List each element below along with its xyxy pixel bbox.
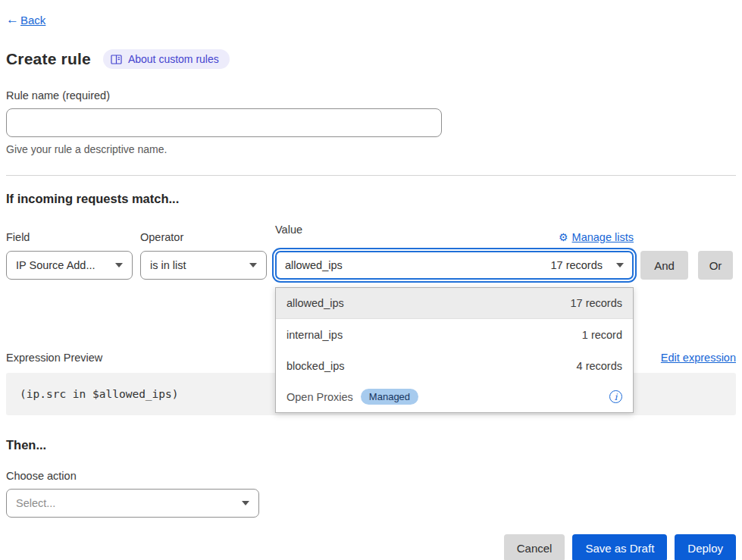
title-row: Create rule About custom rules bbox=[6, 49, 736, 69]
field-select[interactable]: IP Source Add... bbox=[6, 251, 133, 280]
operator-select[interactable]: is in list bbox=[140, 251, 267, 280]
dropdown-option-record-count: 4 records bbox=[577, 360, 622, 372]
rule-name-label: Rule name (required) bbox=[6, 89, 736, 102]
page-title: Create rule bbox=[6, 50, 91, 68]
edit-expression-link[interactable]: Edit expression bbox=[661, 352, 736, 364]
list-dropdown: allowed_ips 17 records internal_ips 1 re… bbox=[275, 287, 634, 413]
rule-name-helper-text: Give your rule a descriptive name. bbox=[6, 143, 736, 155]
field-select-value: IP Source Add... bbox=[16, 259, 95, 271]
deploy-button[interactable]: Deploy bbox=[675, 534, 736, 560]
about-custom-rules-label: About custom rules bbox=[128, 53, 219, 65]
or-button[interactable]: Or bbox=[698, 251, 733, 280]
dropdown-option-name: Open Proxies bbox=[286, 391, 353, 403]
managed-badge: Managed bbox=[361, 389, 418, 405]
rule-name-input[interactable] bbox=[6, 108, 442, 137]
value-label: Value bbox=[275, 224, 302, 236]
field-label: Field bbox=[6, 231, 133, 243]
chevron-down-icon bbox=[616, 263, 624, 267]
dropdown-option-name: internal_ips bbox=[286, 329, 343, 341]
footer-actions: Cancel Save as Draft Deploy bbox=[6, 534, 736, 560]
action-select[interactable]: Select... bbox=[6, 489, 259, 518]
dropdown-option-record-count: 17 records bbox=[570, 297, 622, 309]
dropdown-option-name: blocked_ips bbox=[286, 360, 345, 372]
operator-label: Operator bbox=[140, 231, 267, 243]
dropdown-option-record-count: 1 record bbox=[582, 329, 622, 341]
chevron-down-icon bbox=[115, 263, 123, 267]
value-select[interactable]: allowed_ips 17 records bbox=[275, 251, 634, 280]
value-select-record-count: 17 records bbox=[550, 259, 603, 271]
value-select-meta-group: 17 records bbox=[550, 259, 624, 271]
gear-icon: ⚙ bbox=[559, 232, 568, 242]
field-column: Field IP Source Add... bbox=[6, 231, 133, 280]
section-divider bbox=[6, 175, 736, 176]
back-arrow-icon: ← bbox=[6, 12, 19, 27]
dropdown-option-blocked-ips[interactable]: blocked_ips 4 records bbox=[276, 350, 633, 381]
dropdown-option-name: allowed_ips bbox=[286, 297, 344, 309]
back-link[interactable]: ←Back bbox=[6, 12, 45, 27]
choose-action-label: Choose action bbox=[6, 470, 736, 482]
action-select-placeholder: Select... bbox=[16, 497, 55, 509]
info-icon[interactable]: i bbox=[609, 390, 622, 403]
operator-column: Operator is in list bbox=[140, 231, 267, 280]
dropdown-option-name-group: Open Proxies Managed bbox=[286, 389, 418, 405]
cancel-button[interactable]: Cancel bbox=[504, 534, 565, 560]
dropdown-option-open-proxies[interactable]: Open Proxies Managed i bbox=[276, 381, 633, 412]
back-link-label: Back bbox=[20, 14, 45, 27]
about-custom-rules-link[interactable]: About custom rules bbox=[103, 49, 230, 69]
value-column: Value ⚙ Manage lists allowed_ips 17 reco… bbox=[275, 224, 634, 280]
expression-code: (ip.src in $allowed_ips) bbox=[20, 388, 179, 400]
expression-preview-label: Expression Preview bbox=[6, 352, 102, 364]
book-icon bbox=[111, 55, 122, 64]
chevron-down-icon bbox=[242, 501, 249, 505]
chevron-down-icon bbox=[249, 263, 257, 267]
operator-select-value: is in list bbox=[150, 259, 186, 271]
create-rule-page: ←Back Create rule About custom rules Rul… bbox=[0, 0, 742, 560]
and-button[interactable]: And bbox=[640, 251, 688, 280]
value-select-value: allowed_ips bbox=[285, 259, 343, 271]
manage-lists-link[interactable]: ⚙ Manage lists bbox=[559, 231, 634, 243]
manage-lists-label: Manage lists bbox=[572, 231, 634, 243]
then-section-heading: Then... bbox=[6, 438, 736, 452]
condition-row: Field IP Source Add... Operator is in li… bbox=[6, 224, 736, 280]
value-label-row: Value ⚙ Manage lists bbox=[275, 224, 634, 243]
save-as-draft-button[interactable]: Save as Draft bbox=[572, 534, 667, 560]
dropdown-option-internal-ips[interactable]: internal_ips 1 record bbox=[276, 319, 633, 350]
match-section-heading: If incoming requests match... bbox=[6, 192, 736, 206]
dropdown-option-allowed-ips[interactable]: allowed_ips 17 records bbox=[276, 288, 633, 319]
